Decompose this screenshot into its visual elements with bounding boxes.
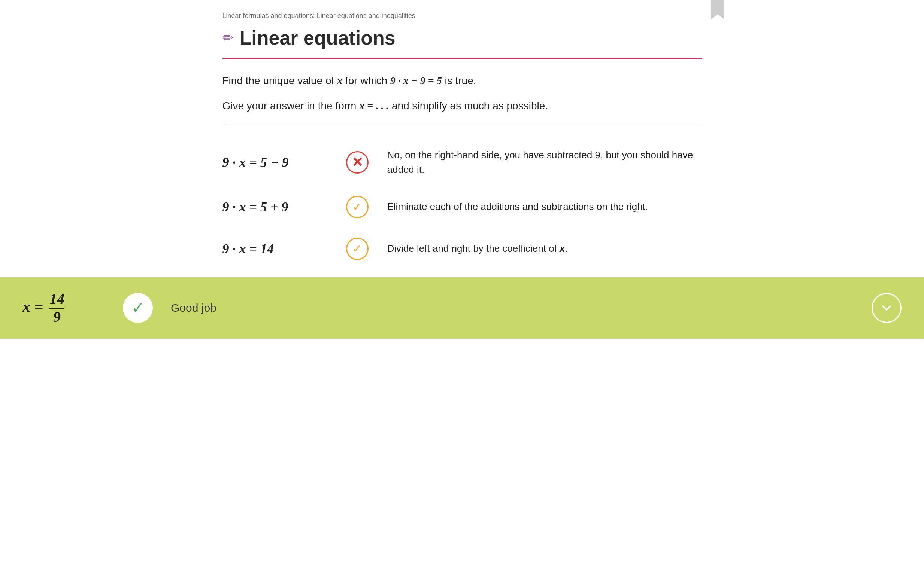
step-2-equation: 9 · x = 5 + 9 <box>223 199 327 215</box>
step-1-icon: ✕ <box>345 150 369 174</box>
answer-bar: x = 14 9 ✓ Good job <box>0 277 924 338</box>
page-title: Linear equations <box>240 27 395 49</box>
steps-section: 9 · x = 5 − 9 ✕ No, on the right-hand si… <box>223 139 702 270</box>
problem-section: Find the unique value of x for which 9 ·… <box>223 73 702 115</box>
bookmark-icon[interactable] <box>711 0 724 20</box>
step-2-icon: ✓ <box>345 195 369 219</box>
page-wrapper: Linear formulas and equations: Linear eq… <box>200 0 724 270</box>
step-1-equation: 9 · x = 5 − 9 <box>223 154 327 170</box>
step-2-explanation: Eliminate each of the additions and subt… <box>387 199 702 214</box>
step-1-explanation: No, on the right-hand side, you have sub… <box>387 148 702 177</box>
step-row: 9 · x = 5 − 9 ✕ No, on the right-hand si… <box>223 139 702 186</box>
gray-divider <box>223 125 702 125</box>
answer-equation: x = 14 9 <box>23 291 105 325</box>
step-row: 9 · x = 14 ✓ Divide left and right by th… <box>223 228 702 270</box>
pink-divider <box>223 58 702 59</box>
step-3-icon: ✓ <box>345 237 369 261</box>
big-correct-icon: ✓ <box>123 293 153 323</box>
checkmark-icon: ✓ <box>132 299 145 317</box>
correct-outline-icon: ✓ <box>346 237 368 260</box>
chevron-down-icon <box>880 301 893 315</box>
good-job-text: Good job <box>171 302 854 314</box>
step-row: 9 · x = 5 + 9 ✓ Eliminate each of the ad… <box>223 186 702 228</box>
correct-outline-icon: ✓ <box>346 196 368 218</box>
step-3-equation: 9 · x = 14 <box>223 241 327 257</box>
breadcrumb: Linear formulas and equations: Linear eq… <box>223 12 702 20</box>
answer-fraction: 14 9 <box>50 291 64 325</box>
step-3-explanation: Divide left and right by the coefficient… <box>387 241 702 256</box>
next-button[interactable] <box>872 293 901 323</box>
wrong-icon: ✕ <box>346 151 368 174</box>
pencil-icon: ✏ <box>223 30 234 46</box>
problem-line1: Find the unique value of x for which 9 ·… <box>223 73 702 89</box>
svg-marker-0 <box>711 0 724 20</box>
title-row: ✏ Linear equations <box>223 27 702 49</box>
problem-line2: Give your answer in the form x = . . . a… <box>223 98 702 115</box>
